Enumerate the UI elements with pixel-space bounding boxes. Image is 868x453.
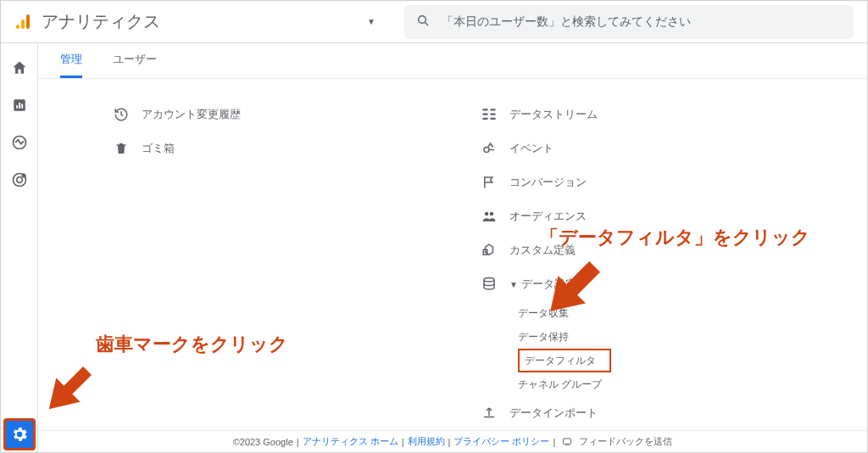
menu-label: データインポート (509, 405, 598, 421)
footer: ©2023 Google | アナリティクス ホーム | 利用規約 | プライバ… (38, 430, 867, 452)
menu-data-stream[interactable]: データストリーム (481, 98, 842, 131)
menu-custom-def[interactable]: カスタム定義 (481, 233, 842, 267)
svg-rect-14 (483, 114, 488, 115)
svg-rect-13 (483, 109, 488, 110)
ga-logo-icon (14, 14, 31, 31)
sub-channel-group[interactable]: チャネル グループ (518, 372, 842, 396)
menu-event[interactable]: イベント (481, 131, 842, 165)
svg-point-11 (16, 177, 22, 183)
tab-admin[interactable]: 管理 (60, 52, 82, 78)
menu-label: データストリーム (509, 107, 598, 122)
svg-rect-2 (26, 14, 30, 29)
history-icon (113, 106, 130, 123)
chevron-down-icon: ▼ (509, 280, 518, 289)
explore-icon[interactable] (10, 133, 29, 152)
svg-point-3 (419, 15, 426, 23)
tab-user[interactable]: ユーザー (113, 52, 157, 78)
svg-line-4 (425, 22, 428, 25)
data-settings-submenu: データ収集 データ保持 データフィルタ チャネル グループ (518, 301, 842, 396)
menu-label: オーディエンス (509, 209, 587, 224)
stream-icon (481, 106, 498, 123)
upload-icon (481, 405, 498, 422)
footer-link-privacy[interactable]: プライバシー ポリシー (453, 435, 549, 448)
menu-label: イベント (509, 141, 554, 156)
svg-rect-17 (491, 114, 496, 115)
advertising-icon[interactable] (10, 171, 29, 189)
svg-rect-1 (21, 20, 25, 29)
feedback-icon (562, 437, 572, 447)
database-icon (481, 276, 498, 293)
audience-icon (481, 208, 498, 225)
svg-point-22 (490, 212, 494, 216)
footer-copyright: ©2023 Google (233, 437, 293, 447)
svg-point-19 (484, 148, 489, 153)
svg-point-21 (485, 212, 489, 216)
property-dropdown[interactable]: ▼ (160, 17, 401, 26)
menu-label: ゴミ箱 (142, 141, 175, 156)
svg-rect-8 (21, 104, 23, 109)
sub-data-retain[interactable]: データ保持 (518, 325, 842, 349)
menu-audience[interactable]: オーディエンス (481, 199, 842, 233)
admin-panel: アカウント変更履歴 ゴミ箱 データストリーム イベント (38, 79, 867, 453)
sub-data-collect[interactable]: データ収集 (518, 301, 842, 325)
menu-label: コンバージョン (509, 175, 587, 190)
svg-rect-32 (564, 439, 571, 445)
menu-account-history[interactable]: アカウント変更履歴 (113, 98, 474, 131)
svg-rect-7 (19, 103, 20, 109)
reports-icon[interactable] (10, 96, 29, 115)
footer-link-home[interactable]: アナリティクス ホーム (303, 435, 398, 448)
svg-rect-0 (16, 25, 19, 29)
app-title: アナリティクス (42, 10, 160, 33)
menu-label: カスタム定義 (509, 243, 576, 258)
svg-point-12 (22, 174, 25, 176)
custom-def-icon (481, 242, 498, 259)
app-header: アナリティクス ▼ 「本日のユーザー数」と検索してみてください (1, 1, 867, 43)
content-area: 管理 ユーザー アカウント変更履歴 ゴミ箱 (38, 43, 867, 430)
menu-trash[interactable]: ゴミ箱 (113, 131, 474, 165)
search-icon (416, 14, 430, 31)
svg-point-25 (484, 278, 494, 282)
menu-label: アカウント変更履歴 (142, 107, 241, 122)
flag-icon (481, 174, 498, 191)
sub-data-filter[interactable]: データフィルタ (518, 349, 611, 372)
chevron-down-icon: ▼ (367, 17, 376, 26)
search-input[interactable]: 「本日のユーザー数」と検索してみてください (404, 5, 854, 39)
account-column: アカウント変更履歴 ゴミ箱 (64, 98, 474, 453)
property-column: データストリーム イベント コンバージョン オーディエンス (474, 98, 842, 453)
admin-gear-button[interactable] (3, 418, 36, 450)
admin-tabs: 管理 ユーザー (38, 43, 867, 79)
side-rail (1, 43, 38, 452)
gear-icon (10, 425, 29, 444)
menu-conversion[interactable]: コンバージョン (481, 165, 842, 199)
svg-rect-6 (16, 105, 18, 109)
footer-feedback[interactable]: フィードバックを送信 (579, 435, 672, 448)
footer-link-terms[interactable]: 利用規約 (408, 435, 445, 448)
trash-icon (113, 140, 130, 157)
menu-data-settings[interactable]: ▼ データ設定 (481, 267, 842, 301)
menu-data-import[interactable]: データインポート (481, 396, 842, 430)
svg-rect-16 (491, 109, 496, 110)
svg-rect-18 (491, 118, 496, 120)
search-placeholder: 「本日のユーザー数」と検索してみてください (442, 14, 691, 30)
svg-rect-15 (483, 118, 488, 120)
event-icon (481, 140, 498, 157)
menu-label: データ設定 (521, 277, 576, 292)
home-icon[interactable] (10, 59, 29, 77)
